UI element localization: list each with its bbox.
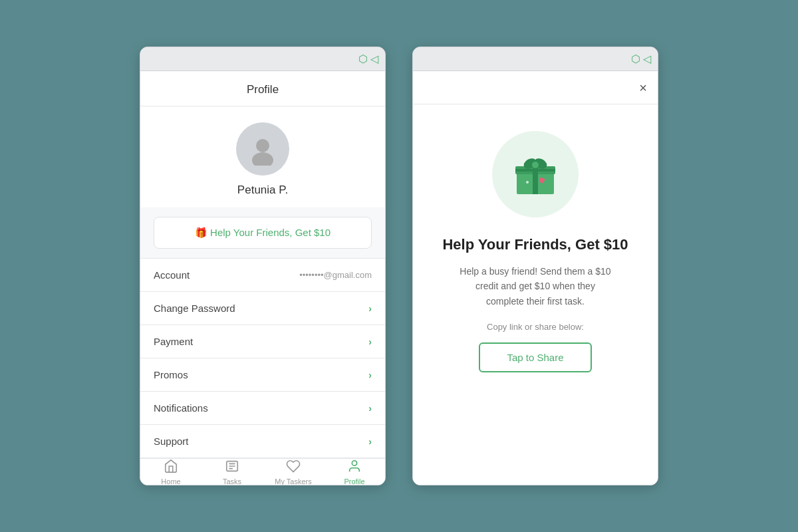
chevron-icon: › bbox=[368, 403, 372, 414]
tasks-icon bbox=[225, 459, 239, 475]
nav-my-taskers[interactable]: My Taskers bbox=[263, 459, 324, 485]
menu-list: Account ••••••••@gmail.com Change Passwo… bbox=[140, 258, 385, 458]
svg-point-1 bbox=[252, 152, 273, 166]
promos-label: Promos bbox=[154, 369, 188, 380]
modal-phone-frame: ⬡ ◁ × bbox=[412, 47, 658, 485]
modal-title: Help Your Friends, Get $10 bbox=[442, 236, 628, 253]
frame-header-modal: ⬡ ◁ bbox=[413, 47, 658, 71]
nav-home-label: Home bbox=[161, 477, 180, 485]
modal-content: Help Your Friends, Get $10 Help a busy f… bbox=[413, 104, 658, 485]
svg-point-0 bbox=[256, 139, 269, 152]
modal-close-bar: × bbox=[413, 71, 658, 104]
refer-button-label: 🎁 Help Your Friends, Get $10 bbox=[195, 227, 331, 239]
profile-title: Profile bbox=[140, 71, 385, 106]
account-label: Account bbox=[154, 269, 190, 281]
gift-illustration bbox=[492, 131, 579, 217]
nav-my-taskers-label: My Taskers bbox=[275, 477, 311, 485]
account-value: ••••••••@gmail.com bbox=[299, 270, 372, 280]
avatar-section: Petunia P. bbox=[140, 106, 385, 207]
svg-point-11 bbox=[526, 181, 529, 184]
nav-home[interactable]: Home bbox=[140, 459, 201, 485]
svg-point-10 bbox=[532, 162, 539, 168]
nav-profile-label: Profile bbox=[344, 477, 364, 485]
payment-label: Payment bbox=[154, 336, 193, 347]
notifications-row[interactable]: Notifications › bbox=[140, 392, 385, 425]
support-label: Support bbox=[154, 436, 189, 447]
support-row[interactable]: Support › bbox=[140, 425, 385, 458]
nav-tasks-label: Tasks bbox=[223, 477, 241, 485]
user-name: Petunia P. bbox=[237, 184, 288, 197]
frame-header-profile: ⬡ ◁ bbox=[140, 47, 385, 71]
profile-phone-frame: ⬡ ◁ Profile Petunia P. 🎁 Help Your Frien… bbox=[140, 47, 386, 485]
expand-icon-modal: ⬡ ◁ bbox=[631, 53, 651, 65]
chevron-icon: › bbox=[368, 370, 372, 380]
my-taskers-icon bbox=[286, 459, 301, 475]
bottom-nav: Home Tasks My Taskers bbox=[140, 458, 385, 485]
account-row[interactable]: Account ••••••••@gmail.com bbox=[140, 259, 385, 292]
expand-icon: ⬡ ◁ bbox=[358, 53, 378, 65]
chevron-icon: › bbox=[368, 436, 372, 447]
chevron-icon: › bbox=[368, 336, 372, 347]
promos-row[interactable]: Promos › bbox=[140, 358, 385, 392]
nav-profile[interactable]: Profile bbox=[324, 459, 385, 485]
copy-link-text: Copy link or share below: bbox=[487, 322, 584, 332]
chevron-icon: › bbox=[368, 303, 372, 314]
home-icon bbox=[164, 459, 178, 475]
nav-tasks[interactable]: Tasks bbox=[201, 459, 263, 485]
modal-description: Help a busy friend! Send them a $10 cred… bbox=[456, 264, 615, 309]
gift-icon bbox=[509, 148, 562, 201]
close-button[interactable]: × bbox=[639, 81, 647, 94]
svg-point-3 bbox=[352, 461, 356, 466]
refer-friends-button[interactable]: 🎁 Help Your Friends, Get $10 bbox=[154, 217, 372, 249]
avatar[interactable] bbox=[236, 122, 289, 176]
profile-screen: Profile Petunia P. 🎁 Help Your Friends, … bbox=[140, 71, 385, 485]
account-right: ••••••••@gmail.com bbox=[299, 270, 372, 280]
change-password-label: Change Password bbox=[154, 303, 235, 314]
tap-share-button[interactable]: Tap to Share bbox=[479, 342, 591, 372]
avatar-icon bbox=[246, 132, 279, 166]
svg-rect-7 bbox=[515, 169, 555, 172]
modal-screen: × bbox=[413, 71, 658, 485]
payment-row[interactable]: Payment › bbox=[140, 325, 385, 358]
change-password-row[interactable]: Change Password › bbox=[140, 292, 385, 325]
profile-nav-icon bbox=[347, 459, 362, 475]
notifications-label: Notifications bbox=[154, 402, 208, 414]
